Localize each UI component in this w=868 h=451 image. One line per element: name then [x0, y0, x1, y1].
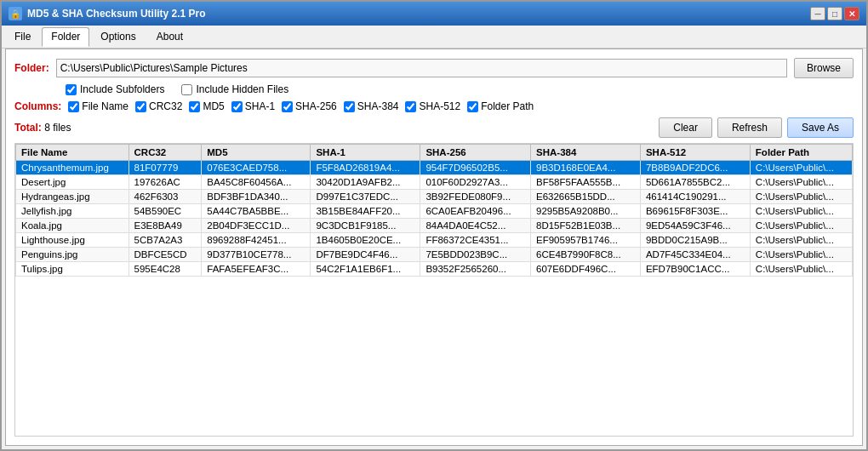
col-sha1-option[interactable]: SHA-1 — [231, 100, 275, 112]
app-icon: 🔒 — [9, 7, 22, 20]
title-bar: 🔒 MD5 & SHA Checksum Utility 2.1 Pro ─ □… — [2, 2, 866, 26]
folder-label: Folder: — [14, 62, 49, 74]
th-sha512: SHA-512 — [640, 145, 750, 161]
columns-label: Columns: — [14, 100, 61, 112]
table-cell: 3B15BE84AFF20... — [311, 204, 420, 219]
table-cell: EFD7B90C1ACC... — [640, 262, 750, 277]
col-sha256-checkbox[interactable] — [282, 101, 293, 112]
col-folder-path-checkbox[interactable] — [467, 101, 478, 112]
action-buttons: Clear Refresh Save As — [659, 117, 854, 138]
folder-path-input[interactable] — [56, 59, 787, 77]
table-cell: 5A44C7BA5BBE... — [202, 204, 311, 219]
table-cell: B9352F2565260... — [420, 262, 531, 277]
th-crc32: CRC32 — [128, 145, 202, 161]
table-cell: D997E1C37EDC... — [311, 190, 420, 204]
table-cell: 30420D1A9AFB2... — [311, 175, 420, 190]
table-row[interactable]: Hydrangeas.jpg462F6303BDF3BF1DA340...D99… — [16, 190, 853, 204]
col-crc32-checkbox[interactable] — [135, 101, 146, 112]
table-cell: DF7BE9DC4F46... — [311, 248, 420, 262]
table-cell: 595E4C28 — [128, 262, 202, 277]
table-cell: 9ED54A59C3F46... — [640, 219, 750, 233]
tab-folder[interactable]: Folder — [42, 27, 89, 47]
col-sha512-option[interactable]: SHA-512 — [405, 100, 460, 112]
table-cell: 7B8B9ADF2DC6... — [640, 161, 750, 175]
clear-button[interactable]: Clear — [659, 117, 712, 138]
col-md5-option[interactable]: MD5 — [189, 100, 224, 112]
table-cell: C:\Users\Public\... — [750, 233, 852, 248]
table-cell: 9B3D168E0EA4... — [531, 161, 641, 175]
col-sha384-option[interactable]: SHA-384 — [344, 100, 399, 112]
window-title: MD5 & SHA Checksum Utility 2.1 Pro — [27, 8, 206, 20]
col-sha384-label: SHA-384 — [357, 100, 399, 112]
table-row[interactable]: Lighthouse.jpg5CB7A2A38969288F42451...1B… — [16, 233, 853, 248]
table-cell: EF905957B1746... — [531, 233, 641, 248]
menu-bar: File Folder Options About — [2, 26, 866, 49]
table-cell: C:\Users\Public\... — [750, 248, 852, 262]
table-cell: C:\Users\Public\... — [750, 175, 852, 190]
table-cell: 9295B5A9208B0... — [531, 204, 641, 219]
col-sha384-checkbox[interactable] — [344, 101, 355, 112]
col-file-name-option[interactable]: File Name — [68, 100, 128, 112]
files-table-container[interactable]: File Name CRC32 MD5 SHA-1 SHA-256 SHA-38… — [14, 143, 854, 437]
table-row[interactable]: Koala.jpgE3E8BA492B04DF3ECC1D...9C3DCB1F… — [16, 219, 853, 233]
col-file-name-label: File Name — [82, 100, 128, 112]
col-sha1-checkbox[interactable] — [231, 101, 243, 112]
minimize-button[interactable]: ─ — [810, 7, 825, 20]
table-cell: 54C2F1A1EB6F1... — [311, 262, 420, 277]
table-cell: 6CE4B7990F8C8... — [531, 248, 641, 262]
col-sha256-option[interactable]: SHA-256 — [282, 100, 337, 112]
th-sha1: SHA-1 — [311, 145, 420, 161]
tab-file[interactable]: File — [5, 27, 40, 46]
table-cell: 9D377B10CE778... — [202, 248, 311, 262]
table-cell: 197626AC — [128, 175, 202, 190]
table-cell: Chrysanthemum.jpg — [16, 161, 129, 175]
col-file-name-checkbox[interactable] — [68, 101, 79, 112]
col-md5-label: MD5 — [203, 100, 224, 112]
files-table: File Name CRC32 MD5 SHA-1 SHA-256 SHA-38… — [15, 144, 853, 277]
browse-button[interactable]: Browse — [794, 58, 854, 78]
table-cell: Koala.jpg — [16, 219, 129, 233]
include-hidden-files-checkbox[interactable] — [181, 84, 192, 95]
table-row[interactable]: Chrysanthemum.jpg81F07779076E3CAED758...… — [16, 161, 853, 175]
table-cell: 6CA0EAFB20496... — [420, 204, 531, 219]
include-subfolders-checkbox[interactable] — [66, 84, 77, 95]
table-cell: 3B92FEDE080F9... — [420, 190, 531, 204]
total-value: 8 files — [44, 122, 71, 134]
table-cell: C:\Users\Public\... — [750, 190, 852, 204]
col-folder-path-option[interactable]: Folder Path — [467, 100, 534, 112]
table-row[interactable]: Tulips.jpg595E4C28FAFA5EFEAF3C...54C2F1A… — [16, 262, 853, 277]
include-hidden-files-option[interactable]: Include Hidden Files — [181, 83, 288, 95]
col-md5-checkbox[interactable] — [189, 101, 200, 112]
maximize-button[interactable]: □ — [827, 7, 842, 20]
table-cell: 8D15F52B1E03B... — [531, 219, 641, 233]
table-cell: Hydrangeas.jpg — [16, 190, 129, 204]
save-as-button[interactable]: Save As — [787, 117, 854, 138]
tab-about[interactable]: About — [147, 27, 192, 46]
columns-row: Columns: File Name CRC32 MD5 SHA-1 SHA-2… — [14, 100, 854, 112]
table-cell: 7E5BDD023B9C... — [420, 248, 531, 262]
table-cell: BA45C8F60456A... — [202, 175, 311, 190]
include-subfolders-option[interactable]: Include Subfolders — [66, 83, 164, 95]
table-cell: 010F60D2927A3... — [420, 175, 531, 190]
th-sha256: SHA-256 — [420, 145, 531, 161]
table-cell: FF86372CE4351... — [420, 233, 531, 248]
main-window: 🔒 MD5 & SHA Checksum Utility 2.1 Pro ─ □… — [0, 0, 868, 451]
table-row[interactable]: Jellyfish.jpg54B590EC5A44C7BA5BBE...3B15… — [16, 204, 853, 219]
th-file-name: File Name — [16, 145, 129, 161]
table-cell: 84A4DA0E4C52... — [420, 219, 531, 233]
table-cell: E632665B15DD... — [531, 190, 641, 204]
close-button[interactable]: ✕ — [844, 7, 859, 20]
col-crc32-option[interactable]: CRC32 — [135, 100, 182, 112]
col-folder-path-label: Folder Path — [481, 100, 534, 112]
col-sha512-checkbox[interactable] — [405, 101, 416, 112]
table-cell: 5CB7A2A3 — [128, 233, 202, 248]
table-cell: 954F7D96502B5... — [420, 161, 531, 175]
table-row[interactable]: Penguins.jpgDBFCE5CD9D377B10CE778...DF7B… — [16, 248, 853, 262]
table-row[interactable]: Desert.jpg197626ACBA45C8F60456A...30420D… — [16, 175, 853, 190]
refresh-button[interactable]: Refresh — [717, 117, 782, 138]
table-body: Chrysanthemum.jpg81F07779076E3CAED758...… — [16, 161, 853, 277]
folder-row: Folder: Browse — [14, 58, 854, 78]
table-cell: 2B04DF3ECC1D... — [202, 219, 311, 233]
tab-options[interactable]: Options — [91, 27, 145, 46]
th-md5: MD5 — [202, 145, 311, 161]
